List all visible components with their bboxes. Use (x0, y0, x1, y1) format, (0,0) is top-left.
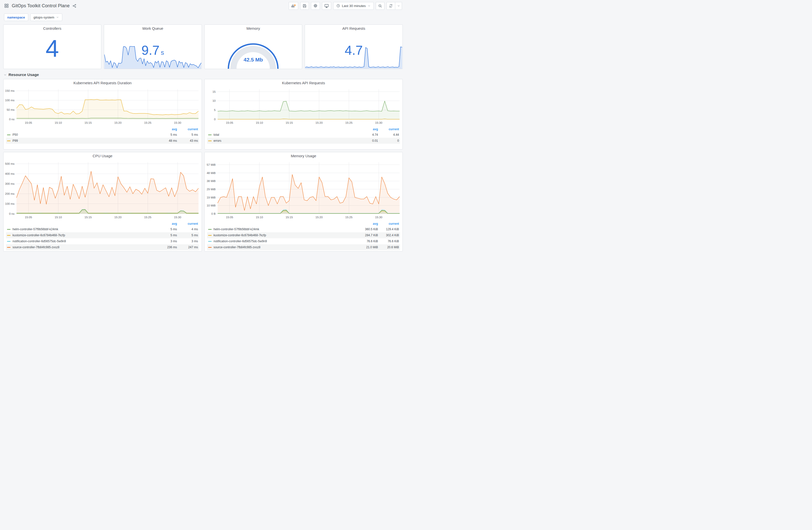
svg-text:15: 15 (212, 90, 216, 93)
legend-series-toggle[interactable]: notification-controller-6d56575dc-5w9n9 (208, 239, 354, 243)
legend-sort-avg[interactable]: avg (153, 222, 177, 225)
legend-series-name: P50 (13, 133, 18, 136)
svg-text:15:15: 15:15 (286, 216, 293, 219)
legend-row: kustomize-controller-6c6784b468-7kzfp284… (207, 232, 400, 238)
legend-series-toggle[interactable]: helm-controller-57f9b56bbf-k24mk (208, 227, 354, 231)
svg-text:15:30: 15:30 (174, 216, 182, 219)
svg-text:200 ms: 200 ms (5, 192, 15, 195)
dashboard-settings-button[interactable] (311, 2, 320, 10)
share-alt-icon[interactable] (72, 4, 76, 8)
apps-icon[interactable] (4, 3, 9, 8)
legend-series-toggle[interactable]: P50 (7, 133, 153, 136)
svg-text:15:15: 15:15 (85, 216, 92, 219)
charts-row-2: CPU Usage 15:0515:1015:1515:2015:2515:30… (3, 152, 403, 251)
legend-row: source-controller-7fb84fc985-zvsz821.0 M… (207, 244, 400, 250)
legend-row: kustomize-controller-6c6784b468-7kzfp5 m… (6, 232, 199, 238)
variable-selected-value: gitops-system (33, 15, 54, 19)
panel-title-work-queue[interactable]: Work Queue (104, 25, 202, 32)
time-range-label: Last 30 minutes (342, 4, 366, 8)
legend-series-toggle[interactable]: source-controller-7fb84fc985-zvsz8 (208, 246, 354, 249)
legend-sort-current[interactable]: current (177, 222, 198, 225)
panel-title-memory[interactable]: Memory (205, 25, 302, 32)
charts-row-1: Kubernetes API Requests Duration 15:0515… (3, 79, 403, 149)
legend-row: notification-controller-6d56575dc-5w9n93… (6, 238, 199, 244)
work-queue-unit: s (161, 49, 164, 56)
panel-cpu-usage: CPU Usage 15:0515:1015:1515:2015:2515:30… (3, 152, 202, 251)
svg-text:15:20: 15:20 (114, 121, 121, 124)
panel-memory-usage: Memory Usage 15:0515:1015:1515:2015:2515… (204, 152, 403, 251)
legend-current-value: 5 ms (177, 133, 198, 136)
save-dashboard-button[interactable] (300, 2, 309, 10)
svg-text:15:10: 15:10 (55, 216, 62, 219)
panel-api-requests: API Requests 4.7 (305, 25, 403, 69)
panel-title-api-requests[interactable]: API Requests (305, 25, 403, 32)
legend-current-value: 129.4 KiB (378, 227, 399, 231)
legend-sort-current[interactable]: current (177, 128, 198, 131)
timeseries-chart[interactable]: 15:0515:1015:1515:2015:2515:30051015 (205, 87, 403, 126)
legend-avg-value: 5 ms (153, 227, 177, 231)
legend-series-name: total (214, 133, 219, 136)
legend-avg-value: 0.01 (354, 139, 378, 143)
legend-series-toggle[interactable]: total (208, 133, 354, 136)
legend-sort-avg[interactable]: avg (354, 128, 378, 131)
cycle-view-mode-button[interactable] (322, 2, 331, 10)
panel-k8s-api-requests: Kubernetes API Requests 15:0515:1015:151… (204, 79, 403, 149)
svg-text:15:05: 15:05 (226, 121, 233, 124)
legend-row: source-controller-7fb84fc985-zvsz8236 ms… (6, 244, 199, 250)
gear-icon (313, 3, 318, 8)
svg-text:50 ms: 50 ms (7, 108, 15, 111)
legend-series-toggle[interactable]: helm-controller-57f9b56bbf-k24mk (7, 227, 153, 231)
legend-avg-value: 21.0 MiB (354, 246, 378, 249)
legend-series-toggle[interactable]: errors (208, 139, 354, 143)
timeseries-chart[interactable]: 15:0515:1015:1515:2015:2515:300 ns50 ms1… (3, 87, 202, 126)
row-resource-usage[interactable]: Resource Usage (3, 73, 403, 77)
legend-avg-value: 5 ms (153, 234, 177, 237)
legend-sort-current[interactable]: current (378, 222, 399, 225)
add-panel-button[interactable] (289, 2, 298, 10)
panel-title-k8s-api-requests-duration[interactable]: Kubernetes API Requests Duration (3, 79, 202, 87)
controllers-value: 4 (3, 36, 101, 60)
svg-text:15:25: 15:25 (345, 121, 352, 124)
legend-current-value: 43 ms (177, 139, 198, 143)
legend-series-name: kustomize-controller-6c6784b468-7kzfp (13, 234, 65, 237)
time-range-picker[interactable]: Last 30 minutes (333, 2, 374, 10)
legend-sort-avg[interactable]: avg (153, 128, 177, 131)
legend-current-value: 76.6 KiB (378, 239, 399, 243)
svg-text:15:10: 15:10 (256, 216, 263, 219)
svg-text:0: 0 (214, 118, 215, 121)
svg-text:15:25: 15:25 (144, 121, 151, 124)
legend-series-name: source-controller-7fb84fc985-zvsz8 (13, 246, 59, 249)
legend-current-value: 5 ms (177, 234, 198, 237)
legend-series-toggle[interactable]: P99 (7, 139, 153, 143)
legend-series-toggle[interactable]: kustomize-controller-6c6784b468-7kzfp (208, 234, 354, 237)
legend-series-toggle[interactable]: source-controller-7fb84fc985-zvsz8 (7, 246, 153, 249)
chevron-down-icon (367, 4, 371, 8)
zoom-out-time-button[interactable] (376, 2, 385, 10)
timeseries-chart[interactable]: 15:0515:1015:1515:2015:2515:300 B10 MiB1… (205, 160, 403, 220)
svg-text:48 MiB: 48 MiB (207, 172, 216, 175)
panel-title-memory-usage[interactable]: Memory Usage (205, 152, 403, 160)
panel-title-k8s-api-requests[interactable]: Kubernetes API Requests (205, 79, 403, 87)
refresh-interval-dropdown[interactable] (395, 2, 402, 10)
panel-title-cpu-usage[interactable]: CPU Usage (3, 152, 202, 160)
timeseries-chart[interactable]: 15:0515:1015:1515:2015:2515:300 ns100 ms… (3, 160, 202, 220)
legend-series-name: helm-controller-57f9b56bbf-k24mk (13, 227, 58, 231)
svg-text:57 MiB: 57 MiB (207, 163, 216, 166)
legend-sort-avg[interactable]: avg (354, 222, 378, 225)
series-color-dash (208, 229, 212, 230)
refresh-button[interactable] (387, 2, 395, 10)
svg-text:15:25: 15:25 (345, 216, 352, 219)
monitor-icon (324, 3, 329, 8)
section-title: Resource Usage (9, 73, 39, 77)
legend-series-name: errors (214, 139, 221, 143)
legend-sort-current[interactable]: current (378, 128, 399, 131)
panel-title-controllers[interactable]: Controllers (3, 25, 101, 32)
series-color-dash (208, 134, 212, 135)
series-color-dash (7, 141, 11, 141)
legend-avg-value: 4.74 (354, 133, 378, 136)
legend-series-toggle[interactable]: kustomize-controller-6c6784b468-7kzfp (7, 234, 153, 237)
variable-value-namespace[interactable]: gitops-system (30, 14, 62, 21)
panel-memory: Memory 42.5 Mb (204, 25, 302, 69)
svg-text:15:15: 15:15 (286, 121, 293, 124)
legend-series-toggle[interactable]: notification-controller-6d56575dc-5w9n9 (7, 239, 153, 243)
